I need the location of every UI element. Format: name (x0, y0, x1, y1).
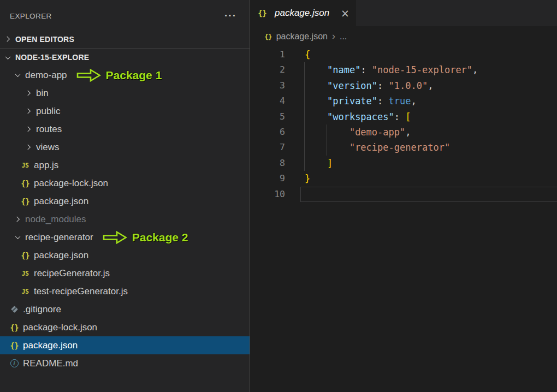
section-label: OPEN EDITORS (15, 35, 74, 44)
code-line-6[interactable]: 6 "demo-app", (250, 124, 557, 140)
tree-item-package-json[interactable]: {}package.json (0, 246, 250, 264)
json-icon: {} (257, 9, 268, 17)
block-arrow-icon (76, 68, 101, 82)
code-text: { (285, 47, 310, 62)
editor-area: {} package.json × {} package.json › ... … (250, 0, 557, 392)
tree-item-package-lock-json[interactable]: {}package-lock.json (0, 318, 250, 336)
tree-item-readme-md[interactable]: iREADME.md (0, 354, 250, 372)
tree-item-recipegenerator-js[interactable]: JSrecipeGenerator.js (0, 264, 250, 282)
js-icon: JS (20, 162, 31, 169)
tree-item-recipe-generator[interactable]: recipe-generatorPackage 2 (0, 228, 250, 246)
tree-item-label: package-lock.json (34, 178, 108, 189)
chevron-right-icon (24, 143, 33, 152)
json-icon: {} (20, 197, 31, 206)
code-text (285, 187, 305, 202)
js-icon: JS (20, 288, 31, 295)
json-icon: {} (9, 323, 20, 332)
code-text: ] (285, 156, 333, 171)
json-icon: {} (264, 33, 272, 41)
chevron-right-icon (24, 107, 33, 116)
code-line-3[interactable]: 3 "version": "1.0.0", (250, 78, 557, 93)
chevron-right-icon (3, 35, 12, 44)
code-line-5[interactable]: 5 "workspaces": [ (250, 109, 557, 124)
chevron-right-icon (13, 215, 22, 224)
code-editor[interactable]: 1{2 "name": "node-15-explorer",3 "versio… (250, 47, 557, 392)
code-text: } (285, 171, 310, 186)
code-text: "recipe-generator" (285, 140, 450, 155)
tree-item-label: package-lock.json (23, 322, 97, 333)
tree-item-public[interactable]: public (0, 102, 250, 120)
code-line-4[interactable]: 4 "private": true, (250, 93, 557, 109)
annotation-package-1: Package 1 (76, 68, 162, 82)
code-text: "version": "1.0.0", (285, 78, 433, 93)
json-icon: {} (20, 251, 31, 260)
tab-package-json[interactable]: {} package.json × (250, 0, 356, 26)
tree-item-node-modules[interactable]: node_modules (0, 210, 250, 228)
tree-item-label: package.json (34, 250, 88, 261)
code-text: "workspaces": [ (285, 109, 411, 124)
tree-item-package-lock-json[interactable]: {}package-lock.json (0, 174, 250, 192)
code-lines: 1{2 "name": "node-15-explorer",3 "versio… (250, 47, 557, 202)
code-line-7[interactable]: 7 "recipe-generator" (250, 140, 557, 155)
chevron-right-icon (24, 125, 33, 134)
tab-bar: {} package.json × (250, 0, 557, 26)
tree-item-label: public (36, 106, 60, 117)
tree-item-label: demo-app (25, 70, 67, 81)
breadcrumb-item-file[interactable]: package.json (276, 32, 328, 41)
line-number: 9 (250, 171, 285, 186)
code-line-2[interactable]: 2 "name": "node-15-explorer", (250, 62, 557, 78)
tree-item-package-json[interactable]: {}package.json (0, 336, 250, 354)
tree-item-app-js[interactable]: JSapp.js (0, 156, 250, 174)
more-actions-icon[interactable]: ··· (224, 12, 236, 20)
code-line-9[interactable]: 9} (250, 171, 557, 186)
section-node-15-explore[interactable]: NODE-15-EXPLORE (0, 48, 250, 66)
code-line-1[interactable]: 1{ (250, 47, 557, 62)
tree-item-package-json[interactable]: {}package.json (0, 192, 250, 210)
block-arrow-icon (102, 230, 127, 245)
tree-item-gitignore[interactable]: .gitignore (0, 300, 250, 318)
tree-item-label: README.md (23, 358, 78, 369)
json-icon: {} (20, 179, 31, 188)
tree-item-label: routes (36, 124, 62, 135)
line-number: 3 (250, 78, 285, 93)
annotation-label: Package 2 (132, 231, 188, 244)
tree-item-test-recipegenerator-js[interactable]: JStest-recipeGenerator.js (0, 282, 250, 300)
tree-item-label: app.js (34, 160, 58, 171)
chevron-right-icon (24, 89, 33, 98)
annotation-package-2: Package 2 (102, 230, 188, 245)
line-number: 8 (250, 156, 285, 171)
code-line-10[interactable]: 10 (250, 187, 557, 202)
close-icon[interactable]: × (341, 8, 349, 19)
sidebar-title: EXPLORER (10, 12, 52, 20)
chevron-down-icon (13, 71, 22, 80)
line-number: 5 (250, 109, 285, 124)
code-line-8[interactable]: 8 ] (250, 156, 557, 171)
js-icon: JS (20, 270, 31, 277)
tree-item-label: recipe-generator (25, 232, 93, 243)
tree-item-views[interactable]: views (0, 138, 250, 156)
chevron-down-icon (13, 233, 22, 242)
tree-item-label: recipeGenerator.js (34, 268, 110, 279)
json-icon: {} (9, 341, 20, 350)
info-icon: i (9, 359, 20, 367)
explorer-sidebar: EXPLORER ··· OPEN EDITORS NODE-15-EXPLOR… (0, 0, 250, 392)
line-number: 6 (250, 124, 285, 140)
tree-item-bin[interactable]: bin (0, 84, 250, 102)
chevron-down-icon (3, 53, 12, 62)
line-number: 7 (250, 140, 285, 155)
line-number: 2 (250, 62, 285, 78)
tree-item-label: package.json (23, 340, 78, 351)
sidebar-header: EXPLORER ··· (10, 10, 241, 22)
git-icon (9, 307, 20, 312)
code-text: "name": "node-15-explorer", (285, 62, 478, 78)
line-number: 4 (250, 93, 285, 109)
section-label: NODE-15-EXPLORE (15, 53, 89, 62)
tree-item-demo-app[interactable]: demo-appPackage 1 (0, 66, 250, 84)
tree-item-label: node_modules (25, 214, 86, 225)
tree-item-label: bin (36, 88, 49, 99)
breadcrumb-item-more[interactable]: ... (340, 32, 347, 41)
tree-item-label: views (36, 142, 60, 153)
section-open-editors[interactable]: OPEN EDITORS (0, 30, 250, 48)
tree-item-routes[interactable]: routes (0, 120, 250, 138)
file-tree: demo-appPackage 1binpublicroutesviewsJSa… (0, 66, 250, 372)
